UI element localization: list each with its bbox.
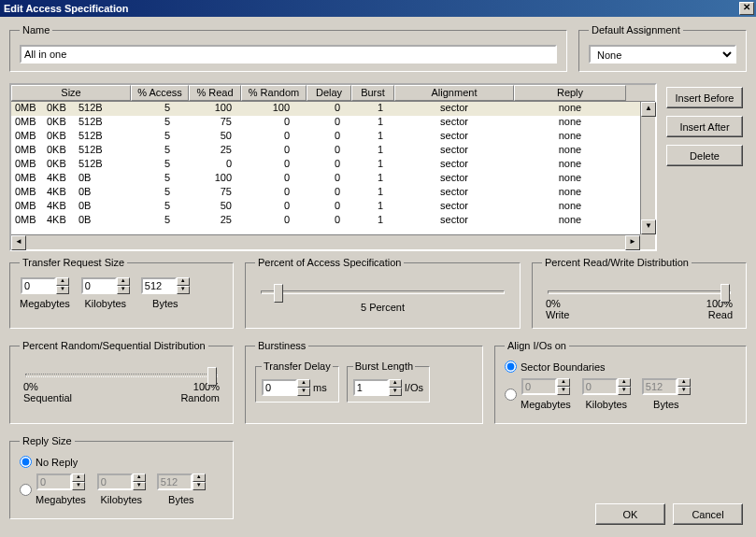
col-delay[interactable]: Delay [307,85,351,101]
col-random[interactable]: % Random [241,85,307,101]
transfer-mb-input[interactable] [21,277,56,294]
table-row[interactable]: 0MB0KB512B510010001sectornone [11,102,655,116]
rw-dist-group: Percent Read/Write Distribution 0%Write … [532,257,747,329]
vertical-scrollbar[interactable]: ▲ ▼ [640,102,655,234]
default-assignment-select[interactable]: None [589,45,736,64]
burstiness-label: Burstiness [255,340,308,351]
table-row[interactable]: 0MB4KB0B575001sectornone [11,186,655,200]
cancel-button[interactable]: Cancel [673,503,743,525]
spin-down-icon: ▼ [193,482,206,490]
col-read[interactable]: % Read [189,85,241,101]
transfer-kb-input[interactable] [81,277,117,294]
align-sector-label: Sector Boundaries [521,361,606,373]
transfer-size-group: Transfer Request Size ▲▼ Megabytes ▲▼ Ki… [9,257,234,329]
burst-length-input[interactable] [353,379,389,396]
col-access[interactable]: % Access [131,85,189,101]
burstiness-group: Burstiness Transfer Delay ▲▼ ms Burst Le… [245,340,483,424]
reply-mb-label: Megabytes [36,494,86,505]
align-group: Align I/Os on Sector Boundaries ▲▼ Megab… [494,340,747,424]
scroll-down-icon[interactable]: ▼ [641,219,656,234]
ok-button[interactable]: OK [595,503,665,525]
table-row[interactable]: 0MB0KB512B550001sectornone [11,130,655,144]
rw-left-pct: 0% [546,298,561,309]
delete-button[interactable]: Delete [666,145,743,166]
spin-down-icon[interactable]: ▼ [389,388,402,396]
col-burst[interactable]: Burst [351,85,394,101]
scroll-corner [640,234,655,249]
spin-down-icon: ▼ [678,387,691,395]
spin-down-icon[interactable]: ▼ [117,286,130,294]
rs-right-lbl: Random [180,392,220,403]
table-row[interactable]: 0MB4KB0B525001sectornone [11,214,655,228]
align-mb-input [521,378,557,395]
align-kb-label: Kilobytes [585,399,627,410]
default-assignment-label: Default Assignment [589,24,683,35]
pct-access-value: 5 Percent [255,302,510,313]
col-reply[interactable]: Reply [514,85,626,101]
align-mb-label: Megabytes [521,399,571,410]
close-icon[interactable]: ✕ [739,2,754,15]
rw-right-lbl: Read [708,309,733,320]
reply-b-label: Bytes [168,494,194,505]
b-label: Bytes [152,298,178,309]
reply-mb-input [36,473,72,490]
reply-b-input [157,473,193,490]
table-row[interactable]: 0MB0KB512B50001sectornone [11,158,655,172]
table-row[interactable]: 0MB4KB0B5100001sectornone [11,172,655,186]
name-input[interactable] [20,45,557,64]
reply-label: Reply Size [20,435,75,446]
spin-down-icon[interactable]: ▼ [177,286,190,294]
spin-up-icon: ▲ [557,378,570,387]
align-custom-radio[interactable] [505,389,517,401]
insert-after-button[interactable]: Insert After [666,116,743,137]
align-b-input [642,378,678,395]
insert-before-button[interactable]: Insert Before [666,87,743,108]
mb-label: Megabytes [20,298,70,309]
kb-label: Kilobytes [84,298,126,309]
spin-up-icon[interactable]: ▲ [56,277,69,286]
spin-down-icon: ▼ [557,387,570,395]
spin-down-icon[interactable]: ▼ [297,388,310,396]
scroll-up-icon[interactable]: ▲ [641,102,656,117]
access-table[interactable]: Size % Access % Read % Random Delay Burs… [9,83,657,251]
rs-left-lbl: Sequential [23,392,72,403]
spin-down-icon: ▼ [72,482,85,490]
rw-dist-slider[interactable] [548,290,731,294]
spin-down-icon: ▼ [133,482,146,490]
table-header: Size % Access % Read % Random Delay Burs… [11,85,655,102]
align-label: Align I/Os on [505,340,569,351]
reply-kb-label: Kilobytes [100,494,142,505]
spin-up-icon[interactable]: ▲ [297,379,310,388]
scroll-left-icon[interactable]: ◄ [11,235,26,250]
align-sector-radio[interactable] [505,360,517,373]
no-reply-radio[interactable] [20,456,32,468]
spin-up-icon: ▲ [678,378,691,387]
rand-seq-slider[interactable] [25,374,218,377]
col-alignment[interactable]: Alignment [394,85,514,101]
spin-up-icon[interactable]: ▲ [117,277,130,286]
spin-down-icon[interactable]: ▼ [56,286,69,294]
transfer-size-label: Transfer Request Size [20,257,127,268]
window-title: Edit Access Specification [4,3,128,14]
scroll-right-icon[interactable]: ► [625,235,640,250]
spin-up-icon[interactable]: ▲ [389,379,402,388]
pct-access-slider[interactable] [261,290,505,294]
no-reply-label: No Reply [36,457,78,468]
table-row[interactable]: 0MB4KB0B550001sectornone [11,200,655,214]
transfer-delay-label: Transfer Delay [262,360,333,372]
table-row[interactable]: 0MB0KB512B525001sectornone [11,144,655,158]
rand-seq-group: Percent Random/Sequential Distribution 0… [9,340,234,424]
table-row[interactable]: 0MB0KB512B575001sectornone [11,116,655,130]
rs-left-pct: 0% [23,381,38,392]
transfer-delay-input[interactable] [262,379,297,396]
spin-up-icon: ▲ [133,473,146,482]
reply-custom-radio[interactable] [20,484,32,496]
length-unit: I/Os [405,382,423,393]
horizontal-scrollbar[interactable]: ◄ ► [11,234,640,249]
spin-up-icon[interactable]: ▲ [177,277,190,286]
col-size[interactable]: Size [11,85,131,101]
transfer-b-input[interactable] [141,277,177,294]
spin-down-icon: ▼ [618,387,631,395]
name-label: Name [20,24,52,35]
align-b-label: Bytes [653,399,679,410]
